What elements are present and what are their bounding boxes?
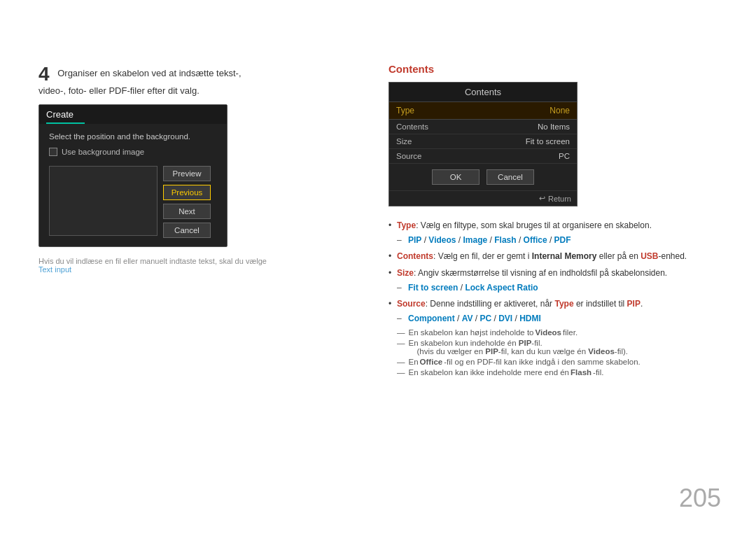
contents-row-contents: Contents No Items	[389, 120, 577, 134]
create-dialog: Create Select the position and the backg…	[38, 104, 227, 247]
bullet-type: Type: Vælg en filtype, som skal bruges t…	[388, 219, 710, 247]
type-label: Type	[396, 106, 414, 115]
next-button[interactable]: Next	[163, 204, 211, 219]
type-row: Type None	[389, 102, 577, 120]
cancel-button-contents[interactable]: Cancel	[486, 169, 534, 185]
row-label-source: Source	[396, 152, 421, 160]
create-instruction: Select the position and the background.	[49, 132, 217, 141]
sub-list-source: Component / AV / PC / DVI / HDMI	[397, 312, 710, 325]
bullet-size: Size: Angiv skærmstørrelse til visning a…	[388, 267, 710, 295]
note-pip: En skabelon kun indeholde én PIP-fil. (h…	[388, 339, 710, 356]
checkbox-row[interactable]: Use background image	[49, 148, 217, 156]
row-value-size: Fit to screen	[526, 137, 570, 146]
cancel-button[interactable]: Cancel	[163, 223, 211, 238]
sub-list-size: Fit to screen / Lock Aspect Ratio	[397, 281, 710, 295]
create-main-area: Preview Previous Next Cancel	[49, 166, 217, 238]
create-body: Select the position and the background. …	[39, 124, 227, 246]
title-underline	[46, 122, 85, 124]
step-text: Organiser en skabelon ved at indsætte te…	[38, 68, 241, 96]
note-office: En Office-fil og en PDF-fil kan ikke ind…	[388, 358, 710, 366]
note-videos: En skabelon kan højst indeholde to Video…	[388, 328, 710, 337]
contents-row-size: Size Fit to screen	[389, 134, 577, 149]
contents-heading: Contents	[388, 63, 710, 75]
checkbox-label: Use background image	[62, 148, 144, 156]
sub-item-type: PIP / Videos / Image / Flash / Office / …	[397, 234, 710, 247]
right-section: Contents Contents Type None Contents No …	[388, 63, 710, 379]
previous-button[interactable]: Previous	[163, 185, 211, 200]
bullet-contents: Contents: Vælg en fil, der er gemt i Int…	[388, 250, 710, 263]
create-title-bar: Create	[39, 105, 227, 124]
sub-item-size: Fit to screen / Lock Aspect Ratio	[397, 281, 710, 295]
ok-button[interactable]: OK	[432, 169, 479, 185]
bullet-source: Source: Denne indstilling er aktiveret, …	[388, 297, 710, 325]
return-label: Return	[548, 195, 571, 203]
row-value-contents: No Items	[538, 122, 570, 131]
bullet-list: Type: Vælg en filtype, som skal bruges t…	[388, 219, 710, 325]
contents-buttons: OK Cancel	[389, 164, 577, 190]
create-dialog-title: Create	[46, 109, 74, 120]
dialog-buttons: Preview Previous Next Cancel	[163, 166, 211, 238]
left-section: 4 Organiser en skabelon ved at indsætte …	[38, 63, 270, 274]
page-number: 205	[679, 484, 721, 513]
sub-list-type: PIP / Videos / Image / Flash / Office / …	[397, 234, 710, 247]
preview-button[interactable]: Preview	[163, 166, 211, 181]
hint-link: Text input	[38, 265, 71, 274]
step-label: 4 Organiser en skabelon ved at indsætte …	[38, 63, 270, 96]
preview-area	[49, 166, 158, 236]
row-label-size: Size	[396, 137, 412, 146]
return-bar: ↩ Return	[389, 190, 577, 206]
step-number: 4	[38, 63, 50, 85]
use-background-checkbox[interactable]	[49, 148, 57, 156]
row-label-contents: Contents	[396, 122, 428, 131]
note-flash: En skabelon kan ikke indeholde mere end …	[388, 368, 710, 377]
return-icon: ↩	[539, 194, 545, 203]
hint-text: Hvis du vil indlæse en fil eller manuelt…	[38, 257, 270, 274]
contents-table: Contents No Items Size Fit to screen Sou…	[389, 120, 577, 164]
sub-item-source: Component / AV / PC / DVI / HDMI	[397, 312, 710, 325]
contents-dialog-title: Contents	[389, 83, 577, 102]
type-value: None	[550, 106, 570, 115]
contents-row-source: Source PC	[389, 149, 577, 164]
hint-static: Hvis du vil indlæse en fil eller manuelt…	[38, 257, 267, 265]
contents-dialog: Contents Type None Contents No Items Siz…	[388, 82, 578, 206]
row-value-source: PC	[559, 152, 570, 160]
